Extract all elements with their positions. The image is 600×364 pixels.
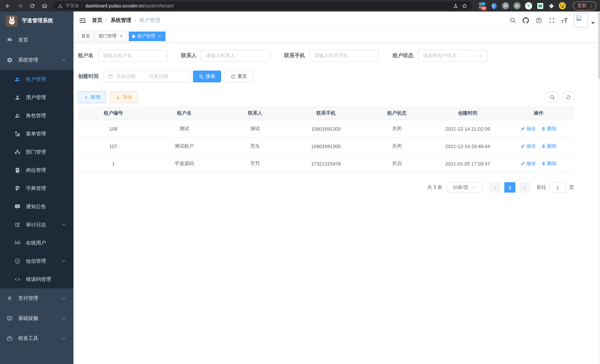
column-header: 租户编号 (78, 110, 149, 116)
chat-extension-icon[interactable] (536, 2, 544, 9)
devtools-extension-icon[interactable]: 10 (479, 2, 486, 9)
insecure-warning-icon[interactable] (58, 3, 63, 8)
home-icon[interactable] (41, 2, 48, 9)
sidebar-item-infra[interactable]: 基础设施 (0, 308, 74, 328)
page-size-select[interactable]: 10条/页 (447, 182, 482, 193)
date-separator: - (138, 74, 146, 79)
url-text[interactable]: dashboard.yudao.iocoder.cn/system/tenant (85, 3, 174, 8)
breadcrumb-system[interactable]: 系统管理 (111, 17, 131, 24)
delete-link[interactable]: 删除 (541, 160, 557, 167)
url-bar[interactable]: 不安全 dashboard.yudao.iocoder.cn/system/te… (53, 1, 472, 10)
sidebar-item-pay[interactable]: 支付管理 (0, 288, 74, 308)
help-icon[interactable] (535, 17, 542, 24)
sidebar-item-online[interactable]: 在线用户 (0, 234, 74, 252)
prev-page-button[interactable] (489, 182, 501, 193)
next-page-button[interactable] (519, 182, 530, 193)
sidebar-item-dict[interactable]: 字典管理 (0, 179, 74, 197)
table-row: 107测试租户秃头15601691300关闭2021-12-14 20:49:4… (78, 138, 574, 155)
delete-link[interactable]: 删除 (541, 143, 557, 149)
command-extension-icon[interactable]: ⌘ (502, 2, 509, 9)
sidebar-menu: 首页系统管理租户管理用户管理角色管理菜单管理部门管理岗位管理字典管理通知公告审计… (0, 30, 74, 348)
tag-view-dept[interactable]: 部门管理× (95, 31, 127, 41)
sidebar-item-home[interactable]: 首页 (0, 30, 74, 50)
sidebar-item-dept[interactable]: 部门管理 (0, 143, 74, 161)
share-icon[interactable] (453, 3, 459, 9)
sidebar-item-devtool[interactable]: 研发工具 (0, 328, 74, 348)
bookmark-star-icon[interactable] (462, 3, 468, 9)
browser-update-button[interactable]: 更新 ⋮ (573, 1, 596, 10)
sidebar-item-user[interactable]: 用户管理 (0, 88, 74, 106)
sidebar-item-sms[interactable]: 短信管理 (0, 252, 74, 270)
status-select[interactable]: 请选择租户状态 (418, 50, 488, 62)
mobile-input[interactable]: 请输入联系手机 (309, 50, 379, 62)
filter-row-2: 创建时间 开始日期 - 结束日期 搜索 重置 (78, 71, 600, 82)
sidebar-item-label: 基础设施 (18, 315, 38, 322)
sidebar-item-system[interactable]: 系统管理 (0, 50, 74, 70)
sidebar-item-audit[interactable]: 审计日志 (0, 215, 74, 234)
delete-link[interactable]: 删除 (541, 125, 557, 132)
github-icon[interactable] (523, 17, 529, 24)
fullscreen-icon[interactable] (548, 17, 555, 24)
contact-input[interactable]: 请输入联系人 (201, 50, 271, 62)
sidebar-item-post[interactable]: 岗位管理 (0, 161, 74, 179)
sidebar-item-label: 租户管理 (26, 76, 46, 83)
cell-actions: 修改删除 (503, 143, 574, 149)
navbar-actions: TT (509, 13, 595, 28)
start-date-placeholder: 开始日期 (116, 73, 135, 80)
add-button[interactable]: 新增 (78, 91, 106, 103)
extension-tray: 10 ⌘ Y (478, 2, 567, 9)
gem-extension-icon[interactable] (490, 2, 497, 9)
sidebar-item-menu[interactable]: 菜单管理 (0, 125, 74, 143)
tag-close-icon[interactable]: × (157, 34, 162, 38)
create-time-range-input[interactable]: 开始日期 - 结束日期 (103, 71, 191, 82)
recorder-extension-icon[interactable] (514, 2, 521, 9)
tag-view-tenant[interactable]: 租户管理× (129, 31, 166, 41)
column-header: 联系手机 (291, 110, 361, 116)
cell-mobile: 15601691300 (291, 126, 361, 131)
page-suffix-label: 页 (569, 184, 574, 191)
chevron-down-icon (478, 53, 483, 58)
tenant-name-input[interactable]: 请输入租户名 (98, 50, 168, 62)
tag-close-icon[interactable]: × (119, 34, 123, 38)
sidebar-toggle-icon[interactable] (79, 17, 86, 24)
breadcrumb: 首页 / 系统管理 / 租户管理 (92, 17, 160, 24)
search-button[interactable]: 搜索 (193, 71, 221, 82)
breadcrumb-home[interactable]: 首页 (92, 17, 103, 24)
user-avatar-menu[interactable] (574, 13, 595, 28)
export-button[interactable]: 导出 (110, 91, 138, 103)
back-icon[interactable] (4, 2, 11, 9)
pagination-total: 共 3 条 (427, 184, 442, 191)
show-search-button[interactable] (546, 91, 558, 103)
cell-id: 108 (78, 126, 149, 131)
sidebar-item-role[interactable]: 角色管理 (0, 106, 74, 125)
extensions-puzzle-icon[interactable] (548, 3, 554, 9)
reset-button[interactable]: 重置 (225, 71, 253, 82)
edit-link[interactable]: 修改 (520, 143, 536, 149)
font-size-icon[interactable]: TT (562, 17, 568, 24)
cell-actions: 修改删除 (503, 160, 574, 167)
goto-page-input[interactable]: 1 (549, 182, 566, 193)
browser-scrollbar[interactable] (598, 11, 600, 364)
security-label[interactable]: 不安全 (66, 3, 79, 9)
browser-menu-icon[interactable]: ⋮ (589, 3, 594, 9)
forward-icon[interactable] (17, 2, 23, 9)
yen-icon (7, 295, 13, 301)
sidebar-item-errcode[interactable]: 错误码管理 (0, 270, 74, 288)
cell-name: 测试 (149, 125, 220, 132)
sidebar-item-tenant[interactable]: 租户管理 (0, 70, 74, 88)
edit-link[interactable]: 修改 (520, 160, 536, 167)
refresh-table-button[interactable] (562, 91, 574, 103)
page-number-button[interactable]: 1 (504, 182, 516, 193)
url-divider (82, 3, 82, 8)
tag-view-home[interactable]: 首页 (78, 31, 94, 41)
sidebar-item-label: 部门管理 (26, 149, 46, 155)
edit-link[interactable]: 修改 (520, 125, 536, 132)
reload-icon[interactable] (29, 2, 36, 9)
goto-label: 前往 (536, 184, 546, 191)
app-logo-row[interactable]: 芋道管理系统 (0, 11, 74, 30)
profile-avatar[interactable] (559, 2, 566, 9)
sidebar-item-notice[interactable]: 通知公告 (0, 197, 74, 215)
y-extension-icon[interactable]: Y (525, 2, 532, 9)
header-search-icon[interactable] (509, 17, 516, 24)
avatar-caret-icon (591, 22, 595, 24)
